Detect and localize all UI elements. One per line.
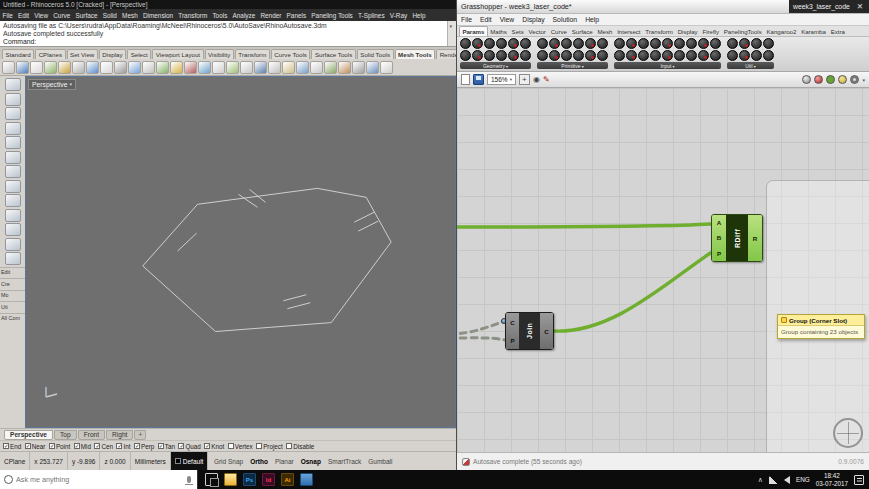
new-document-icon[interactable] <box>461 74 470 85</box>
component-icon[interactable] <box>698 38 709 49</box>
component-icon[interactable] <box>650 50 661 61</box>
command-history-expand-button[interactable] <box>447 21 456 46</box>
sidebar-group-label-all-com[interactable]: All Com <box>0 313 25 323</box>
menu-item-curve[interactable]: Curve <box>51 12 73 19</box>
gh-menu-solution[interactable]: Solution <box>549 16 582 23</box>
toolbar-icon[interactable] <box>156 61 169 74</box>
checkbox-knot[interactable]: ✓ <box>204 443 210 449</box>
output-port-r[interactable]: R <box>753 235 757 242</box>
sidebar-group-label-cre[interactable]: Cre <box>0 278 25 288</box>
sidebar-tool-icon[interactable] <box>5 223 21 236</box>
zoom-control[interactable]: 156% ▾ <box>487 74 516 85</box>
status-toggle-ortho[interactable]: Ortho <box>248 458 271 465</box>
osnap-int[interactable]: ✓Int <box>116 443 130 450</box>
component-icon[interactable] <box>537 50 548 61</box>
close-icon[interactable]: ✕ <box>855 2 865 11</box>
component-icon[interactable] <box>597 38 608 49</box>
component-icon[interactable] <box>460 38 471 49</box>
input-port-a[interactable]: A <box>717 219 721 226</box>
sidebar-tool-icon[interactable] <box>5 252 21 265</box>
osnap-project[interactable]: Project <box>256 443 283 450</box>
toolbar-icon[interactable] <box>86 61 99 74</box>
toolbar-icon[interactable] <box>338 61 351 74</box>
toolbar-icon[interactable] <box>72 61 85 74</box>
toolbar-icon[interactable] <box>282 61 295 74</box>
toolbar-icon[interactable] <box>170 61 183 74</box>
photoshop-icon[interactable]: Ps <box>243 473 256 486</box>
menu-item-edit[interactable]: Edit <box>16 12 32 19</box>
component-icon[interactable] <box>585 50 596 61</box>
volume-icon[interactable] <box>784 476 790 484</box>
gh-tab-karamba[interactable]: Karamba <box>799 27 829 36</box>
status-coordinate-x[interactable]: x 253.727 <box>30 452 68 470</box>
status-units[interactable]: Millimeters <box>131 452 171 470</box>
toolbar-tab-set-view[interactable]: Set View <box>67 49 98 59</box>
toolbar-tab-standard[interactable]: Standard <box>2 49 34 59</box>
component-icon[interactable] <box>638 50 649 61</box>
component-icon[interactable] <box>751 38 762 49</box>
menu-item-t-splines[interactable]: T-Splines <box>355 12 387 19</box>
checkbox-cen[interactable]: ✓ <box>94 443 100 449</box>
menu-item-transform[interactable]: Transform <box>176 12 210 19</box>
menu-item-render[interactable]: Render <box>258 12 284 19</box>
file-explorer-icon[interactable] <box>224 473 237 486</box>
menu-item-help[interactable]: Help <box>410 12 428 19</box>
toolbar-tab-mesh-tools[interactable]: Mesh Tools <box>395 49 436 59</box>
toolbar-tab-curve-tools[interactable]: Curve Tools <box>271 49 311 59</box>
checkbox-int[interactable]: ✓ <box>116 443 122 449</box>
component-icon[interactable] <box>763 50 774 61</box>
component-label[interactable]: Join <box>519 313 540 349</box>
menu-item-dimension[interactable]: Dimension <box>140 12 175 19</box>
component-icon[interactable] <box>460 50 471 61</box>
status-cplane[interactable]: CPlane <box>0 452 30 470</box>
component-icon[interactable] <box>496 38 507 49</box>
component-icon[interactable] <box>662 50 673 61</box>
toolbar-icon[interactable] <box>324 61 337 74</box>
status-coordinate-y[interactable]: y -9.896 <box>68 452 101 470</box>
toolbar-tab-render[interactable]: Render <box>436 49 456 59</box>
sidebar-tool-icon[interactable] <box>5 78 21 91</box>
osnap-end[interactable]: ✓End <box>3 443 21 450</box>
status-toggle-grid-snap[interactable]: Grid Snap <box>211 458 245 465</box>
preview-eye-icon[interactable]: ◉ <box>533 74 540 85</box>
illustrator-icon[interactable]: Ai <box>281 473 294 486</box>
gh-menu-edit[interactable]: Edit <box>476 16 496 23</box>
toolbar-tab-solid-tools[interactable]: Solid Tools <box>357 49 394 59</box>
network-icon[interactable] <box>769 476 778 484</box>
checkbox-point[interactable]: ✓ <box>49 443 55 449</box>
status-toggle-smarttrack[interactable]: SmartTrack <box>325 458 363 465</box>
component-icon[interactable] <box>508 38 519 49</box>
menu-item-mesh[interactable]: Mesh <box>120 12 141 19</box>
cortana-search-box[interactable] <box>0 470 198 489</box>
checkbox-mid[interactable]: ✓ <box>74 443 80 449</box>
status-coordinate-z[interactable]: z 0.000 <box>100 452 130 470</box>
component-icon[interactable] <box>674 50 685 61</box>
gh-tab-surface[interactable]: Surface <box>569 27 595 36</box>
status-toggle-planar[interactable]: Planar <box>272 458 296 465</box>
component-icon[interactable] <box>763 38 774 49</box>
gh-tab-params[interactable]: Params <box>459 26 488 36</box>
component-icon[interactable] <box>727 38 738 49</box>
preview-selected-icon[interactable] <box>838 75 847 84</box>
microphone-icon[interactable] <box>187 476 191 483</box>
component-icon[interactable] <box>727 50 738 61</box>
gh-tab-curve[interactable]: Curve <box>548 27 569 36</box>
checkbox-tan[interactable]: ✓ <box>158 443 164 449</box>
palette-group-label-geometry[interactable]: Geometry <box>460 62 531 69</box>
toolbar-tab-display[interactable]: Display <box>99 49 126 59</box>
toolbar-icon[interactable] <box>128 61 141 74</box>
menu-item-view[interactable]: View <box>32 12 51 19</box>
gh-tab-extra[interactable]: Extra <box>828 27 847 36</box>
checkbox-disable[interactable] <box>286 443 292 449</box>
task-view-icon[interactable] <box>205 473 218 486</box>
viewport-tab-perspective[interactable]: Perspective <box>4 430 53 440</box>
component-icon[interactable] <box>496 50 507 61</box>
gh-menu-display[interactable]: Display <box>518 16 548 23</box>
toolbar-icon[interactable] <box>226 61 239 74</box>
osnap-point[interactable]: ✓Point <box>49 443 70 450</box>
toolbar-icon[interactable] <box>352 61 365 74</box>
toolbar-icon[interactable] <box>100 61 113 74</box>
osnap-quad[interactable]: ✓Quad <box>178 443 200 450</box>
canvas-compass-widget[interactable] <box>833 418 863 448</box>
sidebar-tool-icon[interactable] <box>5 107 21 120</box>
